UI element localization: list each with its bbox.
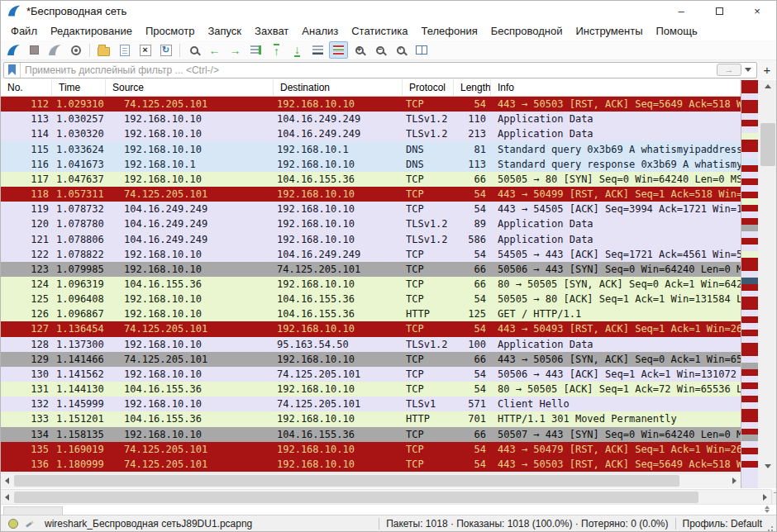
scroll-right-icon[interactable] [759, 490, 771, 504]
lower-hscrollbar[interactable] [1, 489, 771, 504]
packet-row[interactable]: 1321.145999192.168.10.1074.125.205.101TL… [1, 397, 741, 411]
resize-grip[interactable] [765, 522, 774, 530]
packet-row[interactable]: 1191.078732104.16.249.249192.168.10.10TC… [1, 202, 741, 216]
stop-capture-icon[interactable] [25, 41, 44, 59]
packet-row[interactable]: 1301.141562192.168.10.1074.125.205.101TC… [1, 367, 741, 382]
filter-dropdown-icon[interactable] [745, 68, 751, 72]
packet-list-hscrollbar[interactable] [1, 473, 741, 488]
display-filter-input[interactable] [21, 64, 717, 76]
packet-row[interactable]: 1341.158135192.168.10.10104.16.155.36TCP… [1, 427, 741, 442]
packet-row[interactable]: 1201.078780104.16.249.249192.168.10.10TL… [1, 216, 741, 231]
packet-row[interactable]: 1131.030257192.168.10.10104.16.249.249TL… [1, 112, 741, 126]
packet-row[interactable]: 1231.079985192.168.10.1074.125.205.101TC… [1, 262, 741, 277]
expert-info-icon[interactable] [8, 519, 18, 529]
packet-row[interactable]: 1141.030320192.168.10.10104.16.249.249TL… [1, 126, 741, 141]
column-header-info[interactable]: Info [491, 79, 741, 96]
add-filter-button[interactable]: + [760, 63, 774, 78]
cell-time: 1.137300 [52, 339, 106, 350]
scrollbar-corner [758, 472, 777, 488]
zoom-in-icon[interactable]: + [350, 41, 369, 59]
menu-item-6[interactable]: Статистика [345, 22, 414, 40]
column-header-no[interactable]: No. [1, 79, 52, 96]
cell-time: 1.144130 [52, 383, 106, 395]
packet-row[interactable]: 1121.02931074.125.205.101192.168.10.10TC… [1, 97, 741, 112]
hscrollbar-thumb[interactable] [14, 475, 679, 487]
menu-item-2[interactable]: Просмотр [139, 22, 201, 40]
cell-dst: 74.125.205.101 [274, 398, 403, 410]
resize-columns-icon[interactable] [412, 41, 431, 59]
minimize-button[interactable]: – [662, 1, 700, 21]
scroll-down-icon[interactable] [758, 460, 777, 472]
auto-scroll-icon[interactable] [308, 41, 327, 59]
close-button[interactable]: × [738, 1, 776, 21]
cell-len: 66 [454, 354, 491, 365]
zoom-normal-icon[interactable]: · [391, 41, 410, 59]
packet-row[interactable]: 1161.041673192.168.10.1192.168.10.10DNS1… [1, 157, 741, 172]
capture-options-icon[interactable] [66, 41, 85, 59]
lower-hscrollbar-thumb[interactable] [14, 492, 698, 503]
packet-row[interactable]: 1311.144130104.16.155.36192.168.10.10TCP… [1, 382, 741, 397]
scroll-up-icon[interactable] [758, 80, 777, 92]
scroll-left-icon[interactable] [1, 473, 13, 488]
menu-item-5[interactable]: Анализ [295, 22, 345, 40]
scroll-right-icon[interactable] [728, 473, 741, 488]
apply-filter-button[interactable]: → [717, 64, 741, 76]
cell-no: 113 [1, 113, 52, 125]
vertical-scrollbar[interactable] [758, 80, 777, 472]
restart-capture-icon[interactable] [45, 41, 64, 59]
packet-row[interactable]: 1361.18099974.125.205.101192.168.10.10TC… [1, 457, 741, 472]
go-last-packet-icon[interactable]: ↓ [288, 41, 307, 59]
filter-bookmark-icon[interactable] [8, 64, 16, 75]
menu-item-3[interactable]: Запуск [201, 22, 248, 40]
reload-file-icon[interactable]: ↻ [156, 41, 175, 59]
minimap-stripe [741, 330, 758, 336]
menu-item-10[interactable]: Помощь [650, 22, 704, 40]
packet-row[interactable]: 1351.16901974.125.205.101192.168.10.10TC… [1, 442, 741, 457]
pane-splitter-handle[interactable] [771, 490, 777, 504]
column-header-length[interactable]: Length [454, 79, 491, 96]
go-forward-icon[interactable]: → [226, 41, 245, 59]
cell-len: 66 [454, 429, 491, 440]
colorize-packets-icon[interactable] [329, 41, 348, 59]
vertical-scrollbar-thumb[interactable] [760, 123, 775, 166]
close-file-icon[interactable]: × [136, 41, 155, 59]
packet-row[interactable]: 1331.151201104.16.155.36192.168.10.10HTT… [1, 411, 741, 426]
menu-item-0[interactable]: Файл [4, 22, 44, 40]
go-back-icon[interactable]: ← [205, 41, 224, 59]
column-header-protocol[interactable]: Protocol [403, 79, 454, 96]
save-file-icon[interactable] [115, 41, 134, 59]
menu-item-9[interactable]: Инструменты [569, 22, 649, 40]
profile-label[interactable]: Профиль: Default [683, 518, 763, 530]
menu-item-7[interactable]: Телефония [414, 22, 484, 40]
packet-row[interactable]: 1261.096867192.168.10.10104.16.155.36HTT… [1, 306, 741, 321]
menu-item-4[interactable]: Захват [248, 22, 295, 40]
packet-row[interactable]: 1221.078822192.168.10.10104.16.249.249TC… [1, 247, 741, 262]
packet-row[interactable]: 1281.137300192.168.10.1095.163.54.50TLSv… [1, 337, 741, 352]
packet-row[interactable]: 1211.078806104.16.249.249192.168.10.10TL… [1, 231, 741, 246]
column-header-time[interactable]: Time [52, 79, 106, 96]
packet-row[interactable]: 1171.047637192.168.10.10104.16.155.36TCP… [1, 172, 741, 187]
maximize-button[interactable] [700, 1, 738, 21]
packet-row[interactable]: 1271.13645474.125.205.101192.168.10.10TC… [1, 321, 741, 336]
start-capture-icon[interactable] [4, 41, 23, 59]
packet-row[interactable]: 1151.033624192.168.10.10192.168.10.1DNS8… [1, 141, 741, 156]
column-header-destination[interactable]: Destination [274, 79, 403, 96]
cell-proto: TLSv1.2 [403, 218, 454, 230]
scroll-left-icon[interactable] [1, 490, 13, 504]
packet-row[interactable]: 1241.096319104.16.155.36192.168.10.10TCP… [1, 277, 741, 292]
find-packet-icon[interactable] [184, 41, 203, 59]
pane-scroll-icons[interactable] [765, 506, 770, 513]
packet-row[interactable]: 1181.05731174.125.205.101192.168.10.10TC… [1, 187, 741, 202]
capture-comment-icon[interactable] [25, 519, 35, 529]
menu-item-8[interactable]: Беспроводной [484, 22, 570, 40]
packet-row[interactable]: 1291.14146674.125.205.101192.168.10.10TC… [1, 352, 741, 367]
packet-row[interactable]: 1251.096408192.168.10.10104.16.155.36TCP… [1, 292, 741, 306]
minimap-stripe [741, 87, 758, 93]
zoom-out-icon[interactable]: − [370, 41, 389, 59]
go-to-packet-icon[interactable] [246, 41, 265, 59]
column-header-source[interactable]: Source [106, 79, 274, 96]
packet-minimap[interactable] [741, 80, 758, 488]
open-file-icon[interactable] [94, 41, 113, 59]
menu-item-1[interactable]: Редактирование [44, 22, 139, 40]
go-first-packet-icon[interactable]: ↑ [267, 41, 286, 59]
